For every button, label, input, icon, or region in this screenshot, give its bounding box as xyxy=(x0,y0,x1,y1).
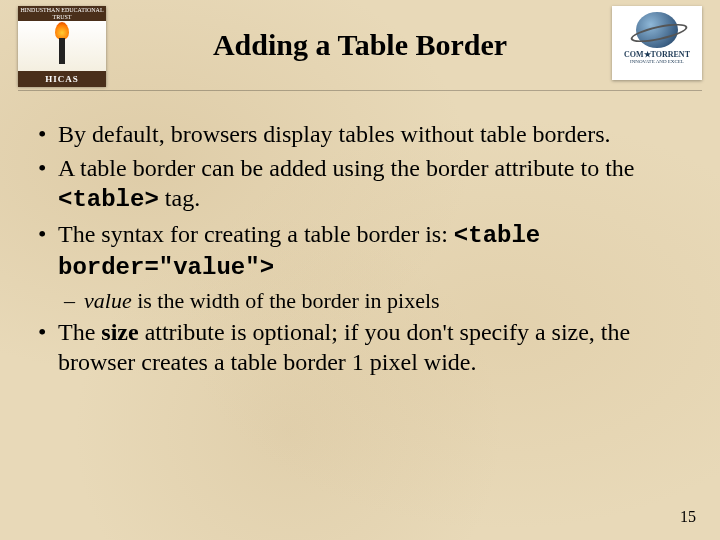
com-torrent-logo: COM★TORRENT INNOVATE AND EXCEL xyxy=(612,6,702,80)
code-text: <table> xyxy=(58,186,159,213)
italic-text: value xyxy=(84,288,132,313)
logo-left-bottom-text: HICAS xyxy=(18,71,106,87)
slide-title: Adding a Table Border xyxy=(18,28,702,62)
sub-bullet-text: is the width of the border in pixels xyxy=(132,288,440,313)
bullet-list: By default, browsers display tables with… xyxy=(32,119,688,283)
bullet-text: tag. xyxy=(159,185,200,211)
bold-text: size xyxy=(101,319,138,345)
logo-right-tagline: INNOVATE AND EXCEL xyxy=(612,59,702,64)
logo-right-brand: COM★TORRENT xyxy=(612,50,702,59)
globe-icon xyxy=(636,12,678,48)
bullet-item: A table border can be added using the bo… xyxy=(32,153,688,215)
bullet-text: The syntax for creating a table border i… xyxy=(58,221,454,247)
bullet-text: The xyxy=(58,319,101,345)
bullet-text: A table border can be added using the bo… xyxy=(58,155,634,181)
sub-bullet-list: value is the width of the border in pixe… xyxy=(32,287,688,315)
page-number: 15 xyxy=(680,508,696,526)
bullet-item: The size attribute is optional; if you d… xyxy=(32,317,688,377)
bullet-text: By default, browsers display tables with… xyxy=(58,121,611,147)
bullet-item: By default, browsers display tables with… xyxy=(32,119,688,149)
logo-left-top-text: HINDUSTHAN EDUCATIONAL TRUST xyxy=(18,6,106,21)
sub-bullet-item: value is the width of the border in pixe… xyxy=(32,287,688,315)
bullet-list: The size attribute is optional; if you d… xyxy=(32,317,688,377)
slide-header: HINDUSTHAN EDUCATIONAL TRUST HICAS Addin… xyxy=(18,0,702,91)
bullet-item: The syntax for creating a table border i… xyxy=(32,219,688,283)
slide-body: By default, browsers display tables with… xyxy=(0,91,720,377)
bullet-text: attribute is optional; if you don't spec… xyxy=(58,319,630,375)
